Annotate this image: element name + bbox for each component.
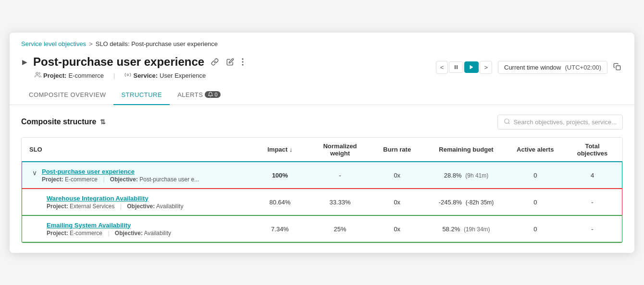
breadcrumb: Service level objectives > SLO details: …: [10, 33, 634, 51]
timezone-label: (UTC+02:00): [565, 64, 602, 71]
section-header: Composite structure ⇅ Search objectives,…: [21, 115, 623, 130]
search-box[interactable]: Search objectives, projects, service...: [497, 115, 623, 130]
main-window: Service level objectives > SLO details: …: [10, 33, 634, 253]
main-content: Composite structure ⇅ Search objectives,…: [10, 105, 634, 253]
burn-rate-child2: 0x: [370, 215, 424, 242]
remaining-budget-child2: 58.2% (19h 34m): [424, 215, 508, 242]
breadcrumb-current: SLO details: Post-purchase user experien…: [96, 40, 218, 48]
total-objectives-parent: 4: [562, 162, 622, 189]
header-left: ▶ Post-purchase user experience: [21, 55, 246, 80]
svg-marker-7: [470, 65, 473, 70]
tab-structure[interactable]: STRUCTURE: [113, 85, 170, 105]
table-header-row: SLO Impact ↓ Normalized weight Burn rate…: [22, 138, 622, 162]
svg-rect-8: [616, 66, 620, 70]
col-burn-rate: Burn rate: [370, 138, 424, 162]
expand-button[interactable]: ∨: [29, 168, 40, 178]
total-objectives-child1: -: [562, 189, 622, 215]
pause-button[interactable]: [449, 61, 463, 73]
search-placeholder: Search objectives, projects, service...: [513, 119, 617, 126]
collapse-button[interactable]: ▶: [21, 57, 28, 67]
alerts-count-badge: 0: [205, 91, 221, 98]
slo-cell-child2: Emailing System Availability Project: E-…: [22, 215, 250, 242]
svg-rect-5: [455, 65, 456, 69]
svg-point-2: [242, 64, 244, 65]
time-window-label: Current time window: [504, 64, 561, 71]
col-remaining-budget: Remaining budget: [424, 138, 508, 162]
slo-name-parent[interactable]: Post-purchase user experience: [42, 168, 199, 175]
table-row: ∨ Post-purchase user experience Project:…: [22, 162, 622, 189]
service-icon: [124, 71, 131, 80]
meta-row: Project: E-commerce | Service: User Expe…: [21, 71, 246, 80]
table-row: Emailing System Availability Project: E-…: [22, 215, 622, 242]
time-nav: < >: [436, 61, 492, 74]
slo-cell-child1: Warehouse Integration Availability Proje…: [22, 189, 250, 215]
project-value: E-commerce: [68, 72, 104, 79]
project-label: Project:: [43, 72, 66, 79]
title-row: ▶ Post-purchase user experience: [21, 55, 246, 69]
prev-button[interactable]: <: [436, 61, 448, 74]
slo-name-child2[interactable]: Emailing System Availability: [47, 222, 242, 229]
svg-point-0: [242, 58, 244, 59]
active-alerts-parent: 0: [508, 162, 563, 189]
link-icon-button[interactable]: [209, 56, 221, 68]
tab-alerts[interactable]: ALERTS 0: [170, 85, 228, 105]
col-active-alerts: Active alerts: [508, 138, 563, 162]
project-meta: Project: E-commerce: [35, 71, 104, 80]
burn-rate-parent: 0x: [370, 162, 424, 189]
edit-icon-button[interactable]: [224, 56, 236, 68]
sort-icon[interactable]: ⇅: [100, 118, 106, 126]
burn-rate-child1: 0x: [370, 189, 424, 215]
impact-child2: 7.34%: [250, 215, 310, 242]
total-objectives-child2: -: [562, 215, 622, 242]
tabs: COMPOSITE OVERVIEW STRUCTURE ALERTS 0: [10, 85, 634, 105]
svg-point-9: [505, 119, 509, 123]
col-slo: SLO: [22, 138, 250, 162]
breadcrumb-link[interactable]: Service level objectives: [21, 40, 86, 48]
next-button[interactable]: >: [480, 61, 492, 74]
table-row: Warehouse Integration Availability Proje…: [22, 189, 622, 215]
norm-weight-child1: 33.33%: [310, 189, 370, 215]
slo-table: SLO Impact ↓ Normalized weight Burn rate…: [22, 138, 622, 243]
slo-meta-child2: Project: E-commerce | Objective: Availab…: [47, 230, 242, 237]
norm-weight-parent: -: [310, 162, 370, 189]
slo-meta-parent: Project: E-commerce | Objective: Post-pu…: [42, 176, 199, 183]
col-norm-weight: Normalized weight: [310, 138, 370, 162]
col-total-objectives: Total objectives: [562, 138, 622, 162]
more-options-button[interactable]: [240, 56, 246, 68]
remaining-budget-child1: -245.8% (-82h 35m): [424, 189, 508, 215]
tab-composite-overview[interactable]: COMPOSITE OVERVIEW: [21, 85, 113, 105]
header-right: < > Current time window (UTC+02:00): [436, 61, 623, 74]
slo-meta-child1: Project: External Services | Objective: …: [47, 203, 242, 210]
search-icon: [504, 118, 510, 126]
title-icons: [209, 56, 246, 68]
play-button[interactable]: [464, 61, 479, 73]
alerts-badge: ALERTS 0: [177, 91, 221, 98]
svg-point-1: [242, 61, 244, 62]
svg-point-3: [36, 72, 38, 74]
active-alerts-child1: 0: [508, 189, 563, 215]
copy-button[interactable]: [611, 61, 623, 74]
service-value: User Experience: [160, 72, 206, 79]
slo-name-child1[interactable]: Warehouse Integration Availability: [47, 195, 242, 202]
time-window-box: Current time window (UTC+02:00): [498, 61, 607, 74]
service-label: Service:: [133, 72, 158, 79]
active-alerts-child2: 0: [508, 215, 563, 242]
impact-child1: 80.64%: [250, 189, 310, 215]
breadcrumb-separator: >: [89, 40, 93, 48]
table-container: SLO Impact ↓ Normalized weight Burn rate…: [21, 137, 623, 243]
section-title: Composite structure ⇅: [21, 118, 106, 126]
svg-point-4: [127, 74, 129, 76]
svg-rect-6: [457, 65, 458, 69]
norm-weight-child2: 25%: [310, 215, 370, 242]
page-title: Post-purchase user experience: [33, 55, 204, 69]
col-impact: Impact ↓: [250, 138, 310, 162]
remaining-budget-parent: 28.8% (9h 41m): [424, 162, 508, 189]
meta-separator: |: [113, 72, 115, 79]
impact-parent: 100%: [250, 162, 310, 189]
service-meta: Service: User Experience: [124, 71, 206, 80]
project-icon: [35, 71, 41, 80]
slo-cell-parent: ∨ Post-purchase user experience Project:…: [22, 162, 250, 189]
page-header: ▶ Post-purchase user experience: [10, 51, 634, 85]
